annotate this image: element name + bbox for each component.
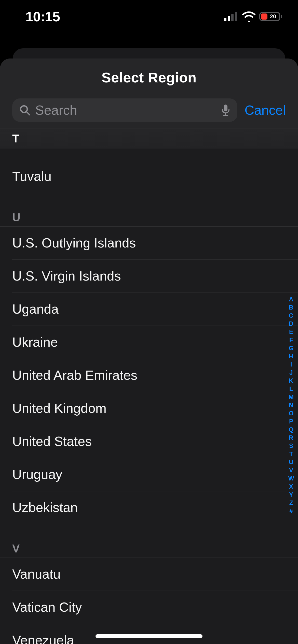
search-field[interactable] <box>12 98 237 122</box>
index-letter-i[interactable]: I <box>287 360 295 369</box>
region-label: United Arab Emirates <box>12 368 137 383</box>
svg-line-9 <box>26 112 30 115</box>
region-united-states[interactable]: United States <box>0 425 298 458</box>
index-letter-g[interactable]: G <box>287 344 295 352</box>
index-letter-n[interactable]: N <box>287 401 295 409</box>
region-label: Vatican City <box>12 599 82 615</box>
region-venezuela[interactable]: Venezuela <box>0 624 298 644</box>
index-letter-z[interactable]: Z <box>287 499 295 507</box>
svg-rect-3 <box>235 12 237 21</box>
region-uruguay[interactable]: Uruguay <box>0 458 298 491</box>
svg-text:20: 20 <box>270 13 276 20</box>
region-label: Uganda <box>12 301 59 317</box>
index-letter-m[interactable]: M <box>287 393 295 401</box>
region-turks-caicos-islands[interactable]: Turks & Caicos Islands <box>0 149 298 160</box>
region-united-kingdom[interactable]: United Kingdom <box>0 392 298 425</box>
index-letter-a[interactable]: A <box>287 295 295 303</box>
index-letter-v[interactable]: V <box>287 466 295 474</box>
svg-rect-5 <box>261 13 267 20</box>
region-label: Uruguay <box>12 467 62 482</box>
region-tuvalu[interactable]: Tuvalu <box>0 160 298 193</box>
index-letter-t[interactable]: T <box>287 450 295 458</box>
region-label: Vanuatu <box>12 566 61 582</box>
index-letter-h[interactable]: H <box>287 352 295 360</box>
home-indicator[interactable] <box>96 634 202 638</box>
status-indicators: 20 <box>224 11 283 22</box>
region-label: Ukraine <box>12 334 58 350</box>
index-letter-s[interactable]: S <box>287 442 295 450</box>
sheet-header: Select Region <box>0 58 298 93</box>
region-label: Venezuela <box>12 633 74 644</box>
index-letter-y[interactable]: Y <box>287 491 295 499</box>
section-header-v: V <box>0 524 298 558</box>
svg-rect-6 <box>281 15 282 18</box>
search-row: Cancel <box>0 93 298 128</box>
region-us-virgin-islands[interactable]: U.S. Virgin Islands <box>0 259 298 292</box>
status-bar: 10:15 20 <box>0 0 298 33</box>
index-letter-p[interactable]: P <box>287 417 295 426</box>
region-uzbekistan[interactable]: Uzbekistan <box>0 491 298 524</box>
region-vanuatu[interactable]: Vanuatu <box>0 558 298 591</box>
region-label: Uzbekistan <box>12 500 78 515</box>
index-letter-d[interactable]: D <box>287 320 295 328</box>
region-label: U.S. Virgin Islands <box>12 268 121 284</box>
search-icon <box>19 105 31 116</box>
index-letter-e[interactable]: E <box>287 328 295 336</box>
region-ukraine[interactable]: Ukraine <box>0 326 298 359</box>
index-letter-f[interactable]: F <box>287 336 295 344</box>
region-label: United Kingdom <box>12 401 106 416</box>
wifi-icon <box>242 11 256 22</box>
region-label: Tuvalu <box>12 169 51 184</box>
region-label: Turks & Caicos Islands <box>12 149 147 151</box>
index-letter-k[interactable]: K <box>287 377 295 385</box>
section-header-u: U <box>0 193 298 226</box>
region-us-outlying-islands[interactable]: U.S. Outlying Islands <box>0 226 298 259</box>
search-input[interactable] <box>35 103 216 118</box>
region-list[interactable]: Turks & Caicos IslandsTuvaluUU.S. Outlyi… <box>0 149 298 644</box>
section-index[interactable]: ABCDEFGHIJKLMNOPQRSTUVWXYZ# <box>286 294 296 516</box>
svg-rect-1 <box>228 16 230 21</box>
cellular-icon <box>224 12 238 21</box>
index-letter-b[interactable]: B <box>287 303 295 312</box>
svg-rect-10 <box>224 105 227 111</box>
index-letter-q[interactable]: Q <box>287 426 295 434</box>
index-letter-j[interactable]: J <box>287 369 295 377</box>
sheet-title: Select Region <box>0 69 298 86</box>
index-letter-x[interactable]: X <box>287 482 295 491</box>
battery-icon: 20 <box>259 11 283 22</box>
svg-rect-2 <box>231 14 234 21</box>
region-label: United States <box>12 434 92 449</box>
status-time: 10:15 <box>25 9 60 24</box>
region-uganda[interactable]: Uganda <box>0 292 298 326</box>
index-letter-r[interactable]: R <box>287 434 295 442</box>
select-region-sheet: Select Region Cancel T Turks & Caicos Is… <box>0 58 298 644</box>
index-letter-o[interactable]: O <box>287 409 295 417</box>
index-letter-hash[interactable]: # <box>287 507 295 515</box>
pinned-section-header: T <box>0 128 298 149</box>
microphone-icon[interactable] <box>221 104 230 116</box>
index-letter-l[interactable]: L <box>287 385 295 393</box>
region-label: U.S. Outlying Islands <box>12 235 136 251</box>
index-letter-w[interactable]: W <box>287 474 295 482</box>
svg-rect-0 <box>224 18 226 21</box>
index-letter-u[interactable]: U <box>287 458 295 466</box>
index-letter-c[interactable]: C <box>287 312 295 320</box>
region-vatican-city[interactable]: Vatican City <box>0 591 298 624</box>
region-united-arab-emirates[interactable]: United Arab Emirates <box>0 359 298 392</box>
cancel-button[interactable]: Cancel <box>245 103 286 118</box>
